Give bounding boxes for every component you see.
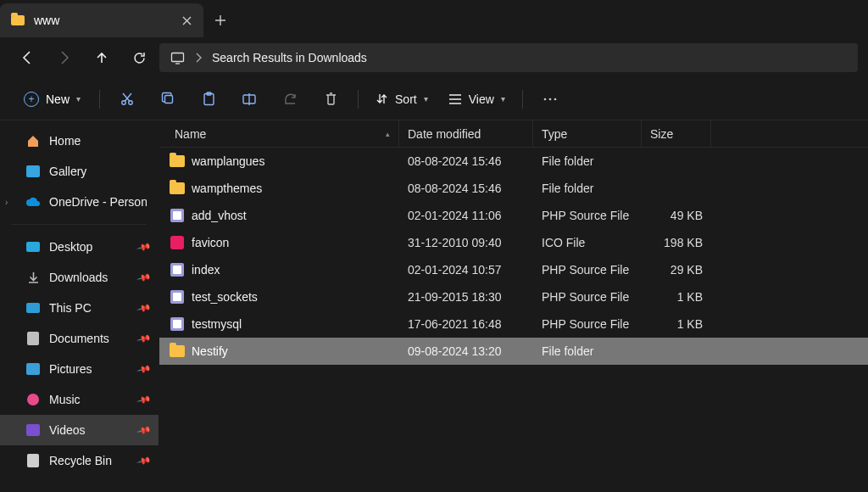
php-file-icon	[170, 208, 185, 223]
sidebar-item-desktop[interactable]: Desktop 📌	[0, 232, 159, 262]
svg-point-2	[129, 100, 132, 103]
view-button[interactable]: View ▾	[440, 85, 514, 114]
back-button[interactable]	[10, 42, 44, 73]
svg-rect-0	[171, 53, 183, 61]
svg-point-8	[548, 98, 551, 100]
php-file-icon	[170, 289, 185, 305]
folder-icon	[170, 181, 185, 196]
close-tab-button[interactable]	[180, 14, 193, 27]
sidebar-item-recycle[interactable]: Recycle Bin 📌	[0, 445, 159, 476]
up-button[interactable]	[85, 42, 119, 73]
cell-name: test_sockets	[159, 289, 399, 305]
cell-type: File folder	[533, 182, 642, 195]
cell-date: 21-09-2015 18:30	[399, 290, 533, 304]
sort-button[interactable]: Sort ▾	[367, 85, 437, 114]
folder-icon	[10, 13, 25, 28]
view-label: View	[469, 92, 494, 106]
file-row[interactable]: favicon31-12-2010 09:40ICO File198 KB	[159, 229, 868, 256]
cell-name: wampthemes	[159, 181, 399, 196]
file-name: wampthemes	[192, 182, 262, 195]
column-type[interactable]: Type	[533, 120, 642, 147]
sidebar-item-downloads[interactable]: Downloads 📌	[0, 262, 159, 293]
file-name: index	[192, 263, 220, 277]
cell-name: index	[159, 262, 399, 277]
file-row[interactable]: test_sockets21-09-2015 18:30PHP Source F…	[159, 283, 868, 310]
sidebar-item-label: OneDrive - Persona	[49, 195, 147, 209]
pin-icon: 📌	[136, 392, 153, 407]
forward-button[interactable]	[47, 42, 81, 73]
share-button[interactable]	[271, 84, 309, 115]
file-row[interactable]: testmysql17-06-2021 16:48PHP Source File…	[159, 310, 868, 338]
sidebar-item-pictures[interactable]: Pictures 📌	[0, 354, 159, 384]
cell-date: 17-06-2021 16:48	[399, 317, 533, 331]
cut-button[interactable]	[108, 84, 146, 115]
column-label: Type	[542, 127, 567, 141]
cell-type: PHP Source File	[533, 263, 642, 277]
column-label: Size	[650, 127, 673, 141]
pin-icon: 📌	[136, 270, 153, 285]
new-label: New	[46, 92, 70, 106]
sort-icon	[376, 92, 388, 105]
cell-type: File folder	[533, 154, 642, 168]
file-row[interactable]: index02-01-2024 10:57PHP Source File29 K…	[159, 256, 868, 283]
sidebar-item-thispc[interactable]: This PC 📌	[0, 293, 159, 323]
cell-size: 198 KB	[642, 236, 711, 249]
recycle-icon	[25, 453, 41, 468]
column-date[interactable]: Date modified	[399, 120, 533, 147]
sidebar-item-documents[interactable]: Documents 📌	[0, 323, 159, 354]
sort-indicator-icon: ▴	[386, 130, 398, 138]
folder-icon	[170, 344, 185, 359]
cell-size: 1 KB	[642, 317, 711, 331]
cell-type: File folder	[533, 344, 642, 358]
new-button[interactable]: + New ▾	[14, 85, 91, 114]
ico-file-icon	[170, 235, 185, 250]
address-bar: Search Results in Downloads	[0, 37, 868, 78]
file-row[interactable]: Nestify09-08-2024 13:20File folder	[159, 338, 868, 365]
sidebar-item-label: Documents	[49, 332, 109, 345]
tab-www[interactable]: www	[0, 3, 203, 37]
sidebar-item-label: Downloads	[49, 271, 108, 284]
column-headers: Name ▴ Date modified Type Size	[159, 120, 868, 148]
sidebar-item-home[interactable]: Home	[0, 126, 159, 156]
refresh-button[interactable]	[122, 42, 156, 73]
sidebar-item-label: Gallery	[49, 165, 86, 178]
chevron-right-icon[interactable]: ›	[5, 198, 8, 207]
more-button[interactable]	[531, 84, 569, 115]
file-name: Nestify	[192, 344, 228, 358]
copy-button[interactable]	[149, 84, 186, 115]
separator	[358, 90, 359, 109]
cell-type: PHP Source File	[533, 317, 642, 331]
path-box[interactable]: Search Results in Downloads	[159, 43, 858, 72]
separator	[99, 90, 100, 109]
file-row[interactable]: wamplangues08-08-2024 15:46File folder	[159, 148, 868, 175]
cell-type: PHP Source File	[533, 290, 642, 304]
sidebar-item-onedrive[interactable]: › OneDrive - Persona	[0, 187, 159, 217]
php-file-icon	[170, 316, 185, 332]
file-row[interactable]: add_vhost02-01-2024 11:06PHP Source File…	[159, 202, 868, 229]
rename-button[interactable]	[231, 84, 268, 115]
cell-name: testmysql	[159, 316, 399, 332]
cell-size: 1 KB	[642, 290, 711, 304]
video-icon	[25, 422, 41, 438]
column-size[interactable]: Size	[642, 120, 711, 147]
file-name: add_vhost	[192, 209, 247, 222]
file-row[interactable]: wampthemes08-08-2024 15:46File folder	[159, 175, 868, 202]
php-file-icon	[170, 262, 185, 277]
separator	[12, 224, 147, 225]
sidebar-item-music[interactable]: Music 📌	[0, 384, 159, 415]
chevron-down-icon: ▾	[424, 94, 428, 103]
file-name: test_sockets	[192, 290, 258, 304]
sort-label: Sort	[395, 92, 417, 106]
sidebar-item-label: This PC	[49, 301, 92, 315]
music-icon	[25, 392, 41, 407]
sidebar-item-label: Desktop	[49, 240, 92, 254]
paste-button[interactable]	[190, 84, 227, 115]
toolbar: + New ▾ Sort ▾ View ▾	[0, 78, 868, 120]
sidebar-item-gallery[interactable]: Gallery	[0, 156, 159, 187]
file-name: favicon	[192, 236, 229, 249]
sidebar-item-label: Recycle Bin	[49, 454, 112, 467]
sidebar-item-videos[interactable]: Videos 📌	[0, 415, 159, 445]
column-name[interactable]: Name ▴	[159, 120, 399, 147]
delete-button[interactable]	[312, 84, 349, 115]
new-tab-button[interactable]	[203, 3, 237, 37]
